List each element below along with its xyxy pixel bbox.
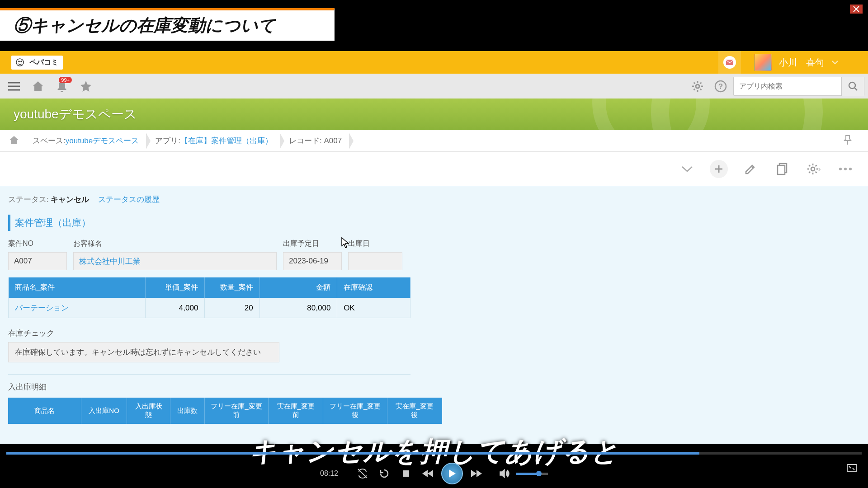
- breadcrumb-record-text: レコード: A007: [289, 136, 342, 146]
- stop-button[interactable]: [398, 465, 414, 482]
- settings-button[interactable]: [687, 76, 708, 96]
- menu-button[interactable]: [4, 76, 24, 96]
- mail-button[interactable]: [718, 51, 741, 74]
- chevron-down-icon: [681, 165, 693, 173]
- svg-point-0: [16, 59, 24, 66]
- toolbar: 99+ ?: [0, 74, 868, 99]
- fullscreen-button[interactable]: [846, 464, 857, 474]
- detail-header-ship-qty: 出庫数: [170, 398, 205, 424]
- replay-icon: [379, 468, 390, 479]
- breadcrumb-home[interactable]: [9, 136, 20, 146]
- status-label: ステータス:: [8, 195, 51, 204]
- svg-point-10: [839, 168, 842, 170]
- svg-rect-14: [847, 465, 856, 472]
- rewind-button[interactable]: [420, 465, 436, 482]
- volume-slider[interactable]: [516, 473, 548, 475]
- logo-icon: [16, 58, 27, 66]
- breadcrumb-app-link: 【在庫】案件管理（出庫）: [180, 136, 273, 146]
- volume-icon: [499, 469, 510, 478]
- detail-header-free-before: フリー在庫_変更前: [204, 398, 268, 424]
- chevron-down-icon: [831, 60, 839, 65]
- home-icon: [9, 136, 19, 145]
- copy-record-button[interactable]: [773, 160, 791, 178]
- svg-point-4: [696, 84, 699, 88]
- detail-label: 入出庫明細: [8, 382, 860, 392]
- record-action-bar: [0, 152, 868, 186]
- items-header-qty: 数量_案件: [205, 277, 259, 298]
- svg-rect-3: [726, 60, 733, 65]
- notifications-button[interactable]: 99+: [52, 76, 72, 96]
- volume-thumb: [536, 471, 542, 476]
- svg-point-7: [849, 82, 855, 89]
- play-button[interactable]: [441, 463, 463, 484]
- star-icon: [80, 80, 92, 92]
- search-input[interactable]: [734, 82, 841, 90]
- video-controls: 08:12: [0, 447, 868, 488]
- items-table: 商品名_案件 単価_案件 数量_案件 金額 在庫確認 パーテーション 4,000…: [8, 277, 410, 318]
- volume-button[interactable]: [496, 465, 513, 482]
- breadcrumb-space[interactable]: スペース: youtubeデモスペース: [24, 136, 147, 146]
- table-row: パーテーション 4,000 20 80,000 OK: [9, 298, 410, 318]
- favorite-button[interactable]: [75, 76, 96, 96]
- replay-button[interactable]: [376, 465, 392, 482]
- case-no-value: A007: [8, 252, 67, 270]
- detail-header-actual-before: 実在庫_変更前: [269, 398, 323, 424]
- dropdown-button[interactable]: [678, 160, 696, 178]
- search-icon: [848, 81, 858, 91]
- more-actions-button[interactable]: [836, 160, 854, 178]
- volume-fill: [516, 473, 538, 475]
- forward-icon: [470, 469, 483, 478]
- help-button[interactable]: ?: [710, 76, 731, 96]
- fullscreen-icon: [846, 464, 857, 473]
- svg-point-9: [811, 167, 815, 171]
- window-close-button[interactable]: [850, 5, 863, 14]
- user-menu[interactable]: 小川 喜句: [755, 54, 857, 71]
- hamburger-icon: [8, 82, 20, 91]
- home-button[interactable]: [28, 76, 48, 96]
- add-record-button[interactable]: [710, 160, 728, 178]
- items-header-stock-check: 在庫確認: [337, 277, 410, 298]
- detail-header-actual-after: 実在庫_変更後: [387, 398, 442, 424]
- play-icon: [448, 469, 457, 479]
- app-header: ペパコミ 小川 喜句: [0, 51, 868, 74]
- stock-check-value: 在庫確保しています。キャンセル時は忘れずにキャンセルしてください: [8, 342, 279, 362]
- loop-off-button[interactable]: [354, 465, 371, 482]
- video-time-text: 08:12: [320, 469, 338, 478]
- items-stock-check-value: OK: [337, 298, 410, 318]
- edit-icon: [744, 163, 757, 175]
- case-no-label: 案件NO: [8, 239, 67, 249]
- gear-icon: [807, 162, 821, 176]
- svg-point-1: [18, 61, 20, 62]
- breadcrumb-app[interactable]: アプリ: 【在庫】案件管理（出庫）: [147, 136, 281, 146]
- search-button[interactable]: [841, 77, 864, 96]
- fields-row: 案件NO A007 お客様名 株式会社中川工業 出庫予定日 2023-06-19…: [8, 239, 860, 270]
- notification-badge: 99+: [59, 77, 72, 83]
- detail-table: 商品名 入出庫NO 入出庫状態 出庫数 フリー在庫_変更前 実在庫_変更前 フリ…: [8, 398, 442, 424]
- shipped-date-value: [348, 252, 402, 270]
- customer-value[interactable]: 株式会社中川工業: [73, 252, 277, 270]
- loop-off-icon: [357, 468, 368, 479]
- forward-button[interactable]: [468, 465, 485, 482]
- items-unit-price-value: 4,000: [146, 298, 205, 318]
- svg-rect-8: [778, 165, 785, 174]
- svg-rect-13: [403, 470, 409, 477]
- user-name-text: 小川 喜句: [779, 56, 824, 69]
- breadcrumb-space-link: youtubeデモスペース: [66, 136, 139, 146]
- divider: [8, 374, 410, 375]
- record-settings-button[interactable]: [805, 160, 823, 178]
- items-product-value[interactable]: パーテーション: [9, 298, 146, 318]
- space-header: youtubeデモスペース: [0, 99, 868, 130]
- items-qty-value: 20: [205, 298, 259, 318]
- progress-bar[interactable]: [6, 452, 862, 455]
- breadcrumb-space-prefix: スペース:: [33, 136, 66, 146]
- chapter-title-text: ⑤キャンセルの在庫変動について: [14, 14, 321, 37]
- svg-text:?: ?: [718, 82, 722, 91]
- rewind-icon: [421, 469, 434, 478]
- video-chapter-title: ⑤キャンセルの在庫変動について: [0, 8, 335, 41]
- pin-button[interactable]: [844, 135, 854, 147]
- app-logo[interactable]: ペパコミ: [11, 56, 63, 70]
- edit-record-button[interactable]: [741, 160, 760, 178]
- status-history-link[interactable]: ステータスの履歴: [98, 194, 160, 205]
- stock-check-label: 在庫チェック: [8, 328, 860, 338]
- items-header-amount: 金額: [259, 277, 337, 298]
